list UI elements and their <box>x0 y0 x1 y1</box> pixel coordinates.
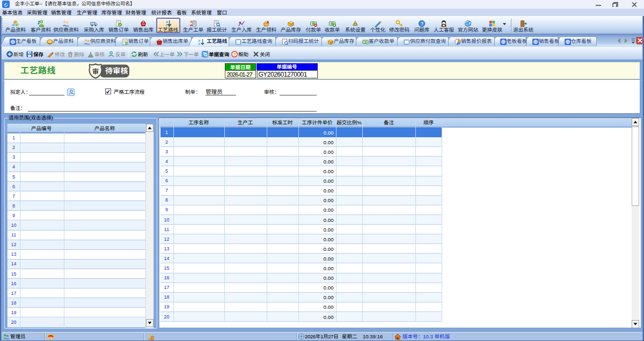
svg-text:?: ? <box>421 21 423 26</box>
svg-text:A: A <box>199 39 201 42</box>
svg-text:Z: Z <box>199 42 201 45</box>
svg-text:vip: vip <box>48 335 53 338</box>
svg-text:审: 审 <box>92 66 99 76</box>
svg-text:?: ? <box>233 52 236 57</box>
